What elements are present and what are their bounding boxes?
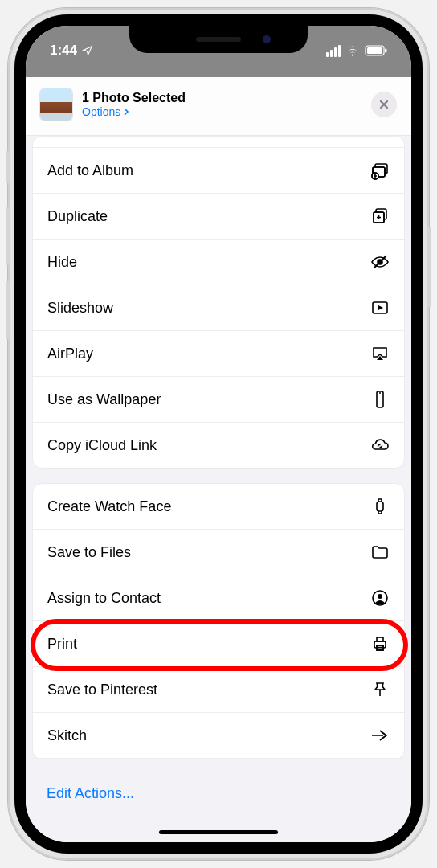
svg-rect-2 (385, 49, 387, 53)
action-label: Hide (47, 254, 77, 271)
action-save-files[interactable]: Save to Files (33, 530, 404, 575)
action-pinterest[interactable]: Save to Pinterest (33, 667, 404, 713)
album-add-icon (369, 161, 391, 180)
options-label: Options (82, 105, 120, 118)
options-button[interactable]: Options (82, 105, 361, 118)
watch-icon (369, 497, 391, 516)
action-label: Add to Album (47, 162, 133, 179)
actions-group-2: Create Watch Face Save to Files (32, 483, 405, 760)
edit-actions-label: Edit Actions... (47, 785, 134, 801)
edit-actions-button[interactable]: Edit Actions... (32, 774, 405, 821)
action-skitch[interactable]: Skitch (33, 713, 404, 759)
actions-list[interactable]: Add to Album Duplicate (26, 136, 411, 842)
action-assign-contact[interactable]: Assign to Contact (33, 575, 404, 621)
action-airplay[interactable]: AirPlay (33, 331, 404, 377)
screen: 1:44 1 Photo Selected (26, 26, 411, 842)
home-indicator[interactable] (159, 830, 278, 834)
svg-rect-18 (377, 637, 383, 641)
action-label: Duplicate (47, 208, 108, 225)
cloud-link-icon (369, 436, 391, 455)
sheet-title: 1 Photo Selected (82, 91, 361, 105)
action-duplicate[interactable]: Duplicate (33, 194, 404, 240)
folder-icon (369, 542, 391, 562)
pin-icon (369, 680, 391, 699)
slideshow-icon (369, 298, 391, 317)
action-add-to-album[interactable]: Add to Album (33, 148, 404, 194)
sheet-header: 1 Photo Selected Options (26, 77, 411, 136)
action-slideshow[interactable]: Slideshow (33, 285, 404, 331)
battery-icon (365, 45, 387, 56)
duplicate-icon (369, 207, 391, 226)
contact-icon (369, 588, 391, 608)
chevron-right-icon (122, 108, 130, 116)
notch (129, 26, 308, 53)
action-print[interactable]: Print (33, 621, 404, 667)
action-label: Print (47, 636, 77, 653)
skitch-arrow-icon (369, 726, 391, 745)
share-sheet: 1 Photo Selected Options (26, 77, 411, 842)
action-label: AirPlay (47, 346, 93, 362)
svg-rect-13 (377, 391, 383, 407)
svg-rect-14 (377, 502, 383, 511)
photo-thumbnail[interactable] (40, 88, 72, 121)
wifi-icon (345, 45, 360, 56)
actions-group-1: Add to Album Duplicate (32, 136, 405, 469)
location-arrow-icon (82, 45, 93, 56)
cellular-icon (326, 45, 341, 57)
action-hide[interactable]: Hide (33, 240, 404, 285)
action-watch-face[interactable]: Create Watch Face (33, 484, 404, 530)
svg-point-16 (378, 594, 382, 599)
device-frame: 1:44 1 Photo Selected (0, 0, 437, 868)
action-label: Slideshow (47, 300, 113, 317)
action-label: Create Watch Face (47, 498, 171, 515)
action-label: Copy iCloud Link (47, 437, 157, 454)
action-label: Assign to Contact (47, 590, 161, 607)
hide-icon (369, 252, 391, 272)
printer-icon (369, 634, 391, 653)
close-button[interactable] (371, 92, 397, 117)
phone-icon (369, 390, 391, 409)
svg-rect-1 (367, 47, 382, 54)
action-label: Save to Files (47, 544, 131, 561)
action-label: Save to Pinterest (47, 682, 157, 698)
action-copy-icloud[interactable]: Copy iCloud Link (33, 423, 404, 468)
airplay-icon (369, 344, 391, 363)
action-label: Skitch (47, 727, 87, 744)
action-wallpaper[interactable]: Use as Wallpaper (33, 377, 404, 423)
action-label: Use as Wallpaper (47, 391, 161, 408)
status-time: 1:44 (50, 43, 77, 59)
close-icon (378, 99, 390, 110)
